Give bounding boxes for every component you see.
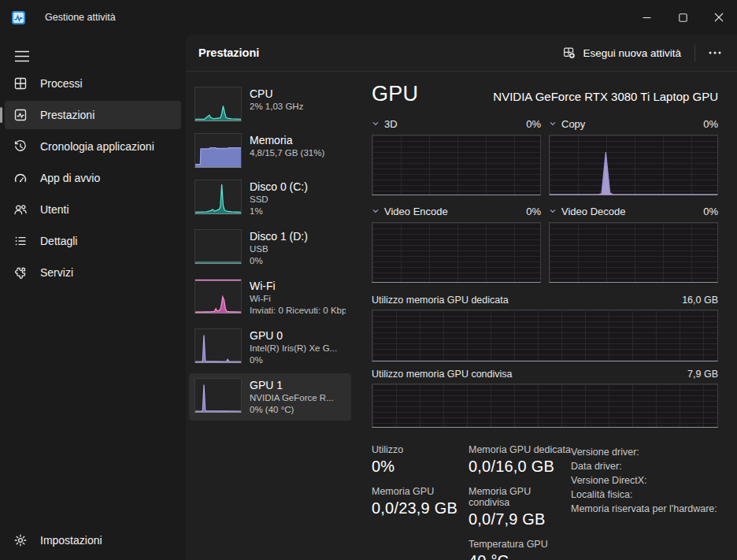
perf-item-title: Disco 1 (D:) <box>250 229 308 243</box>
shared-memory-label-row: Utilizzo memoria GPU condivisa 7,9 GB <box>372 369 718 380</box>
sidebar-item-settings[interactable]: Impostazioni <box>5 526 190 554</box>
sidebar-item-label: Prestazioni <box>40 109 94 121</box>
hamburger-icon[interactable] <box>7 43 37 69</box>
panel-body: CPU 2% 1,03 GHz Memoria 4,8/15,7 GB (31%… <box>186 72 737 560</box>
stats-column-1: Utilizzo 0% Memoria GPU 0,0/23,9 GB <box>372 444 468 560</box>
maximize-icon[interactable] <box>665 0 701 35</box>
perf-item-memory[interactable]: Memoria 4,8/15,7 GB (31%) <box>189 128 351 172</box>
memory-mini-chart <box>194 133 242 168</box>
chevron-down-icon[interactable] <box>549 118 557 130</box>
gpu-copy-label-row: Copy 0% <box>549 118 718 130</box>
chevron-down-icon[interactable] <box>549 206 557 217</box>
perf-item-title: Memoria <box>250 133 324 147</box>
stat: Memoria GPU 0,0/23,9 GB <box>372 486 468 517</box>
sidebar-item-label: Processi <box>40 77 83 90</box>
titlebar: Gestione attività <box>0 0 737 35</box>
cpu-mini-chart <box>194 87 242 121</box>
engine-label: Copy <box>561 118 703 130</box>
perf-item-cpu[interactable]: CPU 2% 1,03 GHz <box>189 82 351 126</box>
engine-value: 0% <box>703 118 718 130</box>
close-icon[interactable] <box>701 0 737 35</box>
perf-item-detail: 0% <box>250 354 337 366</box>
sidebar-item-label: Dettagli <box>40 235 77 247</box>
driver-info-line: Data driver: <box>571 459 718 473</box>
driver-info-line: Località fisica: <box>571 488 718 502</box>
memory-chart-label: Utilizzo memoria GPU condivisa <box>372 369 513 380</box>
sidebar-item-label: Servizi <box>40 266 73 279</box>
dedicated-memory-label-row: Utilizzo memoria GPU dedicata 16,0 GB <box>372 295 718 306</box>
sidebar-item-users[interactable]: Utenti <box>5 195 181 224</box>
chevron-down-icon[interactable] <box>372 118 380 130</box>
perf-item-title: Wi-Fi <box>250 279 346 293</box>
gpu-header: GPU NVIDIA GeForce RTX 3080 Ti Laptop GP… <box>372 82 718 106</box>
perf-item-detail: SSD <box>250 194 308 206</box>
stat: Temperatura GPU 40 °C <box>468 539 571 560</box>
stat: Memoria GPU condivisa 0,0/7,9 GB <box>468 486 571 528</box>
sidebar-item-services[interactable]: Servizi <box>5 258 181 287</box>
stat: Memoria GPU dedicata 0,0/16,0 GB <box>468 444 571 476</box>
dedicated-memory-chart <box>372 310 718 362</box>
more-options-icon[interactable] <box>701 46 729 59</box>
gpu-3d-label-row: 3D 0% <box>372 118 541 130</box>
gpu-copy-section: Copy 0% <box>549 118 718 195</box>
engine-label: Video Decode <box>561 206 703 217</box>
run-new-task-button[interactable]: Esegui nuova attività <box>555 42 689 64</box>
perf-item-title: Disco 0 (C:) <box>250 180 308 194</box>
gpu-engine-charts: 3D 0% Copy 0% Video Encode 0% Video Deco… <box>372 118 718 283</box>
sidebar-item-label: Cronologia applicazioni <box>40 140 154 153</box>
perf-item-text: Disco 1 (D:) USB0% <box>250 229 308 267</box>
disk0-mini-chart <box>194 180 242 214</box>
new-task-icon <box>563 46 576 59</box>
perf-item-detail: 1% <box>250 206 308 217</box>
perf-item-gpu0[interactable]: GPU 0 Intel(R) Iris(R) Xe G...0% <box>189 324 351 371</box>
perf-item-detail: USB <box>250 243 308 255</box>
engine-value: 0% <box>526 118 541 130</box>
stat-value: 0,0/16,0 GB <box>468 458 571 476</box>
perf-item-title: GPU 1 <box>250 378 334 392</box>
processes-icon <box>13 76 28 91</box>
stat: Utilizzo 0% <box>372 444 468 476</box>
chevron-down-icon[interactable] <box>372 206 380 217</box>
perf-item-disk0[interactable]: Disco 0 (C:) SSD1% <box>189 175 351 222</box>
perf-item-wifi[interactable]: Wi-Fi Wi-FiInviati: 0 Ricevuti: 0 Kbp <box>189 274 351 321</box>
services-icon <box>13 265 28 280</box>
driver-info-line: Versione driver: <box>571 445 718 459</box>
engine-label: Video Encode <box>384 206 526 217</box>
perf-item-detail: 4,8/15,7 GB (31%) <box>250 147 324 159</box>
perf-item-disk1[interactable]: Disco 1 (D:) USB0% <box>189 224 351 272</box>
disk1-mini-chart <box>194 229 242 264</box>
performance-icon <box>13 108 28 122</box>
gpu-video-decode-label-row: Video Decode 0% <box>549 206 718 217</box>
minimize-icon[interactable] <box>628 0 665 35</box>
wifi-mini-chart <box>194 279 242 313</box>
stats-column-2: Memoria GPU dedicata 0,0/16,0 GB Memoria… <box>468 444 571 560</box>
sidebar-item-app-history[interactable]: Cronologia applicazioni <box>5 132 181 161</box>
perf-item-detail: 0% (40 °C) <box>250 404 334 416</box>
perf-item-detail: Intel(R) Iris(R) Xe G... <box>250 343 337 354</box>
stat-label: Memoria GPU dedicata <box>468 444 571 455</box>
perf-item-text: GPU 0 Intel(R) Iris(R) Xe G...0% <box>250 328 337 366</box>
stat-value: 40 °C <box>468 552 571 560</box>
sidebar: Processi Prestazioni Cronologia applicaz… <box>0 69 186 287</box>
engine-value: 0% <box>703 206 718 217</box>
stats-column-3: Versione driver:Data driver:Versione Dir… <box>571 444 718 560</box>
sidebar-item-performance[interactable]: Prestazioni <box>5 101 181 129</box>
gpu-shared-memory-section: Utilizzo memoria GPU condivisa 7,9 GB <box>372 369 718 428</box>
driver-info-line: Versione DirectX: <box>571 473 718 488</box>
window-title: Gestione attività <box>45 12 116 23</box>
startup-icon <box>13 171 28 185</box>
memory-chart-max: 16,0 GB <box>682 295 718 306</box>
sidebar-item-startup[interactable]: App di avvio <box>5 164 181 192</box>
gpu-3d-chart <box>372 135 541 195</box>
sidebar-item-processes[interactable]: Processi <box>5 69 181 98</box>
gpu0-mini-chart <box>194 328 242 363</box>
perf-item-gpu1[interactable]: GPU 1 NVIDIA GeForce R...0% (40 °C) <box>189 373 351 421</box>
page-title: Prestazioni <box>198 46 555 59</box>
sidebar-item-label: App di avvio <box>40 172 100 184</box>
gpu-video-encode-label-row: Video Encode 0% <box>372 206 541 217</box>
sidebar-item-label: Utenti <box>40 203 69 216</box>
gpu-title: GPU <box>372 82 493 106</box>
sidebar-item-details[interactable]: Dettagli <box>5 227 181 255</box>
engine-label: 3D <box>384 118 526 130</box>
stat-value: 0,0/23,9 GB <box>372 499 468 517</box>
